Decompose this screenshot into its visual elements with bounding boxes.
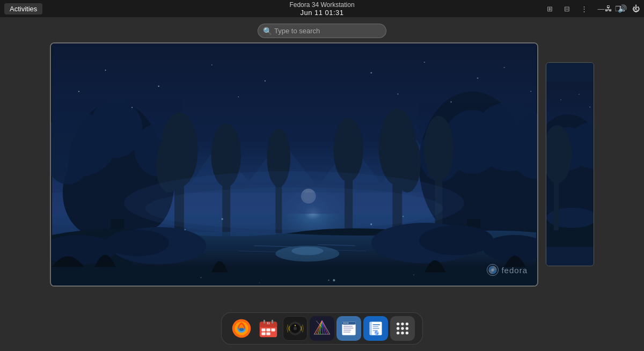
dock-fedora-help-icon[interactable] (363, 316, 388, 341)
svg-rect-102 (272, 320, 273, 324)
svg-point-52 (158, 85, 159, 86)
datetime: Jun 11 01:31 (300, 9, 343, 17)
svg-rect-134 (373, 324, 380, 325)
svg-point-139 (397, 323, 399, 325)
dock-firefox-icon[interactable] (229, 316, 254, 341)
svg-rect-95 (261, 328, 265, 331)
svg-point-58 (504, 67, 505, 68)
svg-point-64 (397, 93, 398, 94)
svg-point-69 (222, 218, 223, 220)
svg-point-146 (401, 332, 404, 334)
svg-point-60 (450, 101, 451, 103)
svg-point-106 (294, 327, 297, 330)
svg-point-63 (238, 96, 239, 97)
svg-point-75 (492, 268, 494, 271)
restore-button[interactable]: ❐ (610, 0, 627, 17)
svg-rect-99 (266, 332, 270, 335)
split-button[interactable]: ⊟ (558, 0, 575, 17)
svg-point-54 (264, 80, 265, 81)
dock-app-grid-icon[interactable] (390, 316, 415, 341)
svg-point-55 (371, 72, 372, 73)
svg-text:11: 11 (267, 321, 270, 325)
window-title: Fedora 34 Workstation (289, 1, 354, 9)
svg-point-142 (397, 327, 399, 330)
search-bar-container: 🔍 (0, 24, 644, 38)
search-wrapper: 🔍 (258, 24, 386, 38)
svg-rect-98 (261, 332, 265, 335)
minimize-button[interactable]: — (592, 0, 610, 17)
desktop-preview[interactable]: fedora (50, 42, 538, 287)
wallpaper: fedora (51, 43, 537, 286)
svg-point-61 (78, 91, 79, 92)
svg-point-140 (401, 323, 404, 325)
svg-point-51 (105, 70, 106, 71)
svg-point-71 (185, 229, 186, 230)
svg-point-59 (131, 107, 133, 108)
svg-point-65 (201, 277, 202, 278)
svg-rect-136 (373, 328, 379, 329)
tiling-button[interactable]: ⊞ (541, 0, 558, 17)
svg-point-38 (145, 187, 443, 230)
search-icon: 🔍 (263, 27, 272, 35)
svg-point-48 (419, 225, 494, 255)
dock-calendar-icon[interactable]: 11 (256, 316, 281, 341)
svg-point-57 (477, 77, 478, 78)
svg-point-66 (328, 280, 329, 281)
svg-point-143 (401, 327, 404, 330)
svg-point-141 (406, 323, 408, 325)
svg-rect-97 (271, 328, 275, 331)
desktop-preview-partial[interactable] (546, 62, 594, 266)
window-controls: ⊞ ⊟ ⋮ — ❐ ✕ (541, 0, 644, 17)
svg-point-12 (89, 99, 142, 158)
svg-rect-125 (343, 332, 350, 333)
svg-rect-122 (343, 326, 353, 327)
svg-point-144 (406, 327, 408, 330)
svg-rect-94 (260, 325, 277, 327)
svg-point-40 (291, 247, 323, 255)
svg-rect-96 (266, 328, 270, 331)
svg-rect-133 (369, 321, 371, 335)
svg-point-130 (347, 323, 348, 324)
close-button[interactable]: ✕ (627, 0, 644, 17)
svg-point-128 (343, 323, 345, 324)
svg-point-73 (333, 279, 335, 281)
dock-color-picker-icon[interactable] (310, 316, 334, 341)
svg-point-147 (406, 332, 408, 334)
activities-button[interactable]: Activities (4, 3, 42, 14)
svg-rect-124 (343, 330, 351, 331)
dock-rhythmbox-icon[interactable] (283, 316, 308, 341)
topbar: Activities Fedora 34 Workstation Jun 11 … (0, 0, 644, 17)
fedora-watermark: fedora (487, 264, 528, 276)
svg-point-108 (295, 325, 295, 326)
kebab-menu-button[interactable]: ⋮ (575, 0, 592, 17)
svg-rect-135 (373, 326, 379, 327)
svg-point-68 (259, 282, 260, 283)
svg-point-36 (424, 116, 454, 182)
search-input[interactable] (258, 24, 386, 38)
dock: 11 (221, 312, 423, 345)
svg-point-145 (397, 332, 399, 334)
svg-point-84 (579, 94, 579, 94)
svg-point-129 (346, 323, 347, 324)
fedora-text: fedora (501, 266, 528, 275)
topbar-center: Fedora 34 Workstation Jun 11 01:31 (289, 1, 354, 17)
svg-point-72 (402, 216, 404, 217)
svg-rect-87 (554, 176, 559, 231)
svg-point-85 (589, 107, 590, 107)
svg-point-70 (370, 224, 372, 225)
svg-point-67 (413, 274, 414, 275)
svg-point-62 (530, 91, 531, 92)
svg-rect-101 (264, 320, 265, 324)
svg-point-56 (424, 62, 425, 63)
svg-point-31 (333, 118, 363, 182)
wallpaper-partial (546, 63, 594, 266)
svg-point-53 (211, 64, 213, 65)
svg-rect-123 (343, 328, 354, 329)
svg-point-83 (560, 99, 561, 100)
main-area: fedora (0, 42, 644, 287)
dock-text-editor-icon[interactable] (336, 316, 361, 341)
